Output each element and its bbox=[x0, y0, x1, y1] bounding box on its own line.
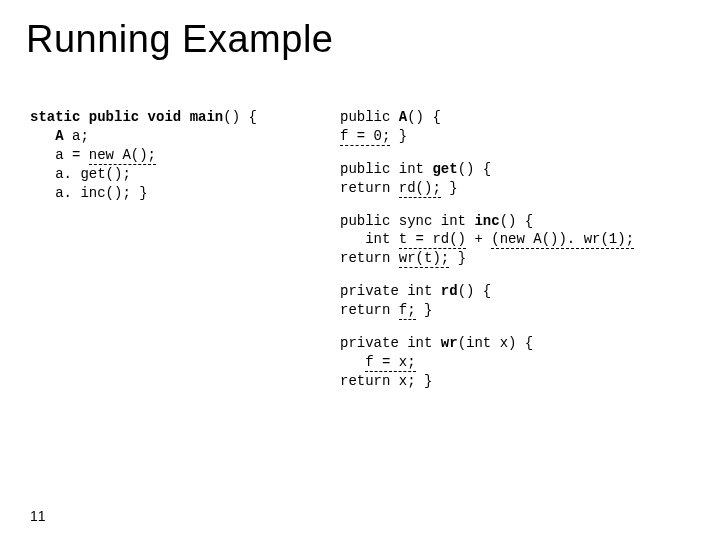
t: rd bbox=[441, 283, 458, 299]
underline: f = x; bbox=[365, 354, 415, 372]
t: return x; } bbox=[340, 373, 432, 389]
t: A bbox=[399, 109, 407, 125]
t: wr bbox=[441, 335, 458, 351]
t: } bbox=[390, 128, 407, 144]
code-get: public int get() { return rd(); } bbox=[340, 160, 708, 198]
t: () { bbox=[407, 109, 441, 125]
t: } bbox=[441, 180, 458, 196]
code-right-column: public A() { f = 0; } public int get() {… bbox=[340, 108, 708, 405]
t: return bbox=[340, 250, 399, 266]
underline: t = rd() bbox=[399, 231, 466, 249]
t: + bbox=[466, 231, 491, 247]
code-area: static public void main() { A a; a = new… bbox=[30, 108, 708, 405]
t: return bbox=[340, 302, 399, 318]
page-number: 11 bbox=[30, 508, 46, 524]
t: private int bbox=[340, 335, 441, 351]
t: () { bbox=[458, 161, 492, 177]
slide: Running Example static public void main(… bbox=[0, 0, 720, 540]
underline: new A(); bbox=[89, 147, 156, 165]
t: return bbox=[340, 180, 399, 196]
underline: f; bbox=[399, 302, 416, 320]
code-main: static public void main() { A a; a = new… bbox=[30, 108, 340, 202]
code-left-column: static public void main() { A a; a = new… bbox=[30, 108, 340, 216]
underline: f = 0; bbox=[340, 128, 390, 146]
t: public sync int bbox=[340, 213, 474, 229]
t: a = bbox=[30, 147, 89, 163]
t: int bbox=[340, 231, 399, 247]
t: private int bbox=[340, 283, 441, 299]
t: a. inc(); } bbox=[30, 185, 148, 201]
t: () { bbox=[223, 109, 257, 125]
code-constructor: public A() { f = 0; } bbox=[340, 108, 708, 146]
t: get bbox=[432, 161, 457, 177]
t bbox=[340, 354, 365, 370]
t: () { bbox=[458, 283, 492, 299]
t: (int x) { bbox=[458, 335, 534, 351]
code-wr: private int wr(int x) { f = x; return x;… bbox=[340, 334, 708, 391]
t: static public void main bbox=[30, 109, 223, 125]
slide-title: Running Example bbox=[26, 18, 333, 61]
t: public int bbox=[340, 161, 432, 177]
t: inc bbox=[474, 213, 499, 229]
t: a; bbox=[64, 128, 89, 144]
code-rd: private int rd() { return f; } bbox=[340, 282, 708, 320]
t: } bbox=[416, 302, 433, 318]
t: public bbox=[340, 109, 399, 125]
underline: rd(); bbox=[399, 180, 441, 198]
underline: wr(t); bbox=[399, 250, 449, 268]
t: A bbox=[30, 128, 64, 144]
t: a. get(); bbox=[30, 166, 131, 182]
t: } bbox=[449, 250, 466, 266]
code-inc: public sync int inc() { int t = rd() + (… bbox=[340, 212, 708, 269]
t: () { bbox=[500, 213, 534, 229]
underline: (new A()). wr(1); bbox=[491, 231, 634, 249]
